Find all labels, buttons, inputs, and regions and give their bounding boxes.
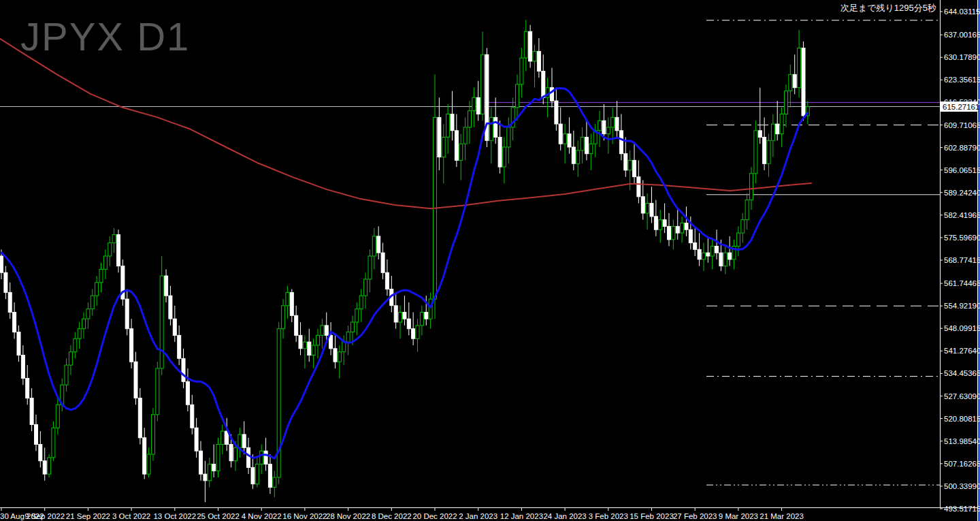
candle [273, 477, 276, 488]
candle [524, 31, 527, 58]
candle [698, 249, 701, 259]
candle [472, 97, 476, 110]
candle [303, 342, 306, 349]
candle [403, 313, 406, 319]
time-axis-label: 4 Nov 2022 [242, 512, 282, 520]
candle [48, 458, 51, 474]
candle [771, 124, 774, 140]
price-axis-label: 596.06515 [944, 166, 980, 174]
candle [212, 464, 216, 471]
candle [763, 138, 766, 164]
candle [78, 329, 81, 339]
time-axis[interactable]: 30 Aug 20229 Sep 202221 Sep 20223 Oct 20… [0, 507, 804, 520]
price-axis-label: 527.63090 [944, 392, 980, 400]
candle [628, 160, 632, 170]
candle [589, 144, 593, 154]
candle [741, 220, 745, 233]
candle [516, 84, 519, 108]
candle [338, 352, 341, 362]
candle [199, 451, 203, 474]
candle [723, 253, 727, 266]
candle [442, 138, 445, 157]
candle [268, 464, 272, 488]
candle [316, 335, 320, 345]
candle [91, 296, 94, 309]
price-axis-label: 623.35615 [944, 76, 980, 84]
time-axis-label: 15 Feb 2023 [630, 512, 674, 520]
candle [364, 279, 368, 296]
candle [117, 235, 120, 266]
price-axis-label: 568.77415 [944, 256, 980, 264]
candle [342, 342, 346, 351]
price-axis-label: 602.88790 [944, 144, 980, 152]
time-axis-label: 20 Dec 2022 [412, 512, 457, 520]
candle [74, 338, 77, 351]
candle [385, 272, 389, 289]
candle [412, 329, 415, 339]
candle [290, 292, 293, 315]
time-axis-label: 24 Jan 2023 [543, 512, 586, 520]
candle [99, 269, 103, 282]
candle [529, 31, 532, 61]
time-axis-label: 9 Sep 2022 [24, 512, 65, 520]
candle [208, 464, 211, 481]
candle [26, 379, 29, 398]
candle [468, 111, 472, 127]
chart-plot-area[interactable]: 644.03115637.00165630.17890623.35615616.… [0, 0, 980, 521]
candle [238, 435, 242, 447]
candle [191, 405, 194, 428]
price-axis[interactable]: 644.03115637.00165630.17890623.35615616.… [940, 7, 980, 513]
candle [394, 306, 397, 322]
time-axis-label: 25 Oct 2022 [197, 512, 240, 520]
candle [789, 74, 792, 91]
plot-layers [0, 20, 940, 502]
candle [702, 253, 705, 259]
candle [728, 253, 732, 259]
candle [481, 54, 485, 114]
candle [446, 114, 450, 138]
candle [425, 313, 428, 319]
candle [69, 352, 72, 365]
price-axis-label: 637.00165 [944, 31, 980, 39]
candle [156, 368, 159, 415]
candle [407, 319, 410, 329]
candle [555, 101, 558, 124]
candle [585, 138, 589, 154]
time-axis-label: 12 Jan 2023 [500, 512, 543, 520]
candle [264, 451, 267, 464]
candle [56, 405, 59, 428]
price-axis-label: 520.80815 [944, 415, 980, 423]
time-axis-label: 27 Feb 2023 [673, 512, 717, 520]
candle [719, 253, 723, 266]
candle [502, 147, 506, 167]
candle [325, 326, 328, 336]
candle [220, 431, 224, 444]
time-axis-label: 13 Oct 2022 [153, 512, 196, 520]
candle [559, 124, 562, 144]
time-axis-label: 8 Dec 2022 [372, 512, 412, 520]
candle [745, 200, 749, 220]
candle [542, 72, 545, 98]
candle [138, 398, 142, 438]
candle [758, 131, 762, 138]
candle [13, 313, 16, 332]
price-axis-label: 609.71065 [944, 121, 980, 129]
candle [681, 223, 684, 234]
candle [650, 204, 653, 217]
candle [654, 217, 657, 230]
candle [489, 117, 493, 140]
candle [203, 474, 207, 481]
candle [494, 117, 497, 137]
candle [637, 177, 640, 197]
time-axis-label: 21 Sep 2022 [66, 512, 110, 520]
candle [581, 138, 584, 151]
candle [689, 230, 692, 242]
candle [247, 447, 250, 467]
candle-countdown-timer: 次足まで残り1295分5秒 [840, 2, 936, 14]
candle [615, 117, 619, 130]
candle [476, 97, 480, 114]
candle [178, 335, 181, 358]
time-axis-label: 3 Feb 2023 [589, 512, 628, 520]
candle [598, 121, 602, 131]
candle [108, 243, 112, 256]
